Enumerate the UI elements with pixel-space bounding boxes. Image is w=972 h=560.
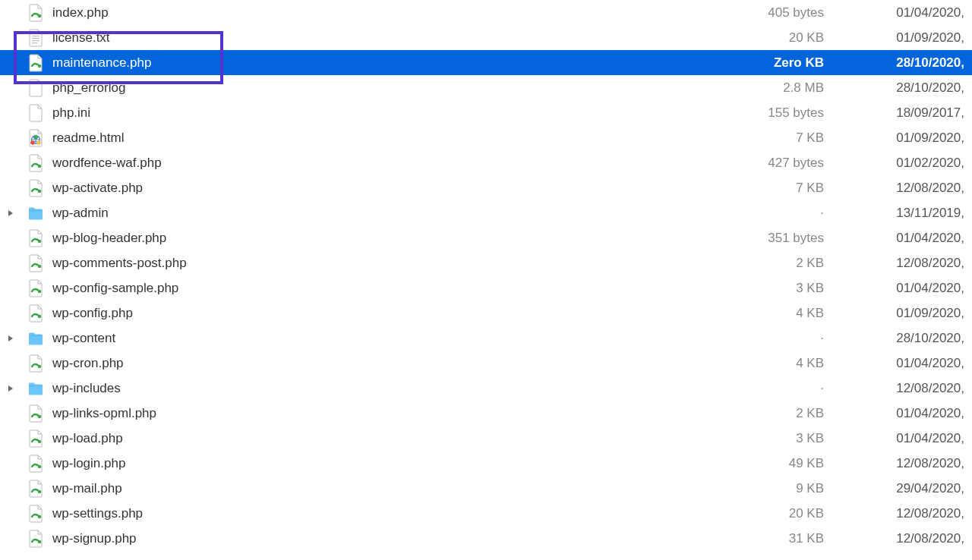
file-date: 28/10/2020, [854,55,972,71]
file-row[interactable]: wp-admin·13/11/2019, [0,200,972,225]
disclosure-triangle-icon[interactable] [5,333,16,344]
php-file-icon [27,229,45,247]
file-size: 7 KB [748,181,854,196]
file-size: 155 bytes [748,105,854,121]
file-name[interactable]: wp-activate.php [52,181,748,196]
file-name[interactable]: wp-config.php [52,306,748,321]
file-date: 01/04/2020, [854,431,972,446]
file-date: 13/11/2019, [854,206,972,221]
file-name[interactable]: wp-cron.php [52,356,748,371]
file-row[interactable]: wp-cron.php4 KB01/04/2020, [0,351,972,376]
file-name[interactable]: wp-blog-header.php [52,231,748,246]
file-name[interactable]: php_errorlog [52,80,748,96]
file-size: Zero KB [748,55,854,71]
php-file-icon [27,505,45,523]
file-row[interactable]: wp-config.php4 KB01/09/2020, [0,300,972,326]
folder-file-icon [27,204,45,222]
file-size: 351 bytes [748,231,854,246]
file-name[interactable]: php.ini [52,105,748,121]
file-row[interactable]: wp-login.php49 KB12/08/2020, [0,451,972,476]
file-date: 12/08/2020, [854,531,972,546]
file-row[interactable]: wp-config-sample.php3 KB01/04/2020, [0,275,972,300]
file-row[interactable]: wp-content·28/10/2020, [0,326,972,351]
file-row[interactable]: php.ini155 bytes18/09/2017, [0,100,972,125]
php-file-icon [27,304,45,322]
file-date: 01/09/2020, [854,306,972,321]
file-name[interactable]: wp-mail.php [52,481,748,496]
file-row[interactable]: wp-activate.php7 KB12/08/2020, [0,175,972,200]
file-date: 18/09/2017, [854,105,972,121]
file-date: 01/04/2020, [854,281,972,296]
file-size: 20 KB [748,506,854,521]
folder-file-icon [27,329,45,348]
file-name[interactable]: wp-comments-post.php [52,256,748,271]
file-size: 2 KB [748,406,854,421]
file-date: 01/04/2020, [854,356,972,371]
file-date: 01/04/2020, [854,5,972,20]
file-name[interactable]: wp-admin [52,206,748,221]
file-name[interactable]: index.php [52,5,748,20]
file-row[interactable]: wordfence-waf.php427 bytes01/02/2020, [0,150,972,175]
file-name[interactable]: readme.html [52,131,748,146]
file-date: 12/08/2020, [854,181,972,196]
file-name[interactable]: wp-login.php [52,456,748,471]
php-file-icon [27,455,45,473]
file-date: 01/09/2020, [854,131,972,146]
file-name[interactable]: wp-load.php [52,431,748,446]
file-name[interactable]: wp-config-sample.php [52,281,748,296]
file-size: 3 KB [748,431,854,446]
file-name[interactable]: wp-content [52,331,748,346]
file-size: 405 bytes [748,5,854,20]
file-size: 9 KB [748,481,854,496]
file-name[interactable]: wp-includes [52,381,748,396]
file-row[interactable]: wp-load.php3 KB01/04/2020, [0,426,972,451]
disclosure-triangle-icon[interactable] [5,383,16,394]
file-date: 01/04/2020, [854,406,972,421]
html-file-icon [27,129,45,147]
php-file-icon [27,404,45,423]
file-list: index.php405 bytes01/04/2020,license.txt… [0,0,972,551]
php-file-icon [27,254,45,272]
file-size: 2 KB [748,256,854,271]
file-size: · [748,331,854,346]
file-date: 28/10/2020, [854,331,972,346]
file-date: 12/08/2020, [854,506,972,521]
file-size: 20 KB [748,30,854,46]
file-row[interactable]: license.txt20 KB01/09/2020, [0,25,972,50]
file-size: 427 bytes [748,156,854,171]
file-name[interactable]: wp-signup.php [52,531,748,546]
file-row[interactable]: readme.html7 KB01/09/2020, [0,125,972,150]
blank-file-icon [27,104,45,122]
file-size: 4 KB [748,356,854,371]
file-row[interactable]: wp-links-opml.php2 KB01/04/2020, [0,401,972,426]
file-row[interactable]: wp-comments-post.php2 KB12/08/2020, [0,250,972,275]
file-row[interactable]: wp-settings.php20 KB12/08/2020, [0,501,972,526]
php-file-icon [27,4,45,22]
file-name[interactable]: wp-links-opml.php [52,406,748,421]
file-row[interactable]: wp-includes·12/08/2020, [0,376,972,401]
file-row[interactable]: maintenance.phpZero KB28/10/2020, [0,50,972,75]
disclosure-triangle-icon[interactable] [5,208,16,219]
file-size: 4 KB [748,306,854,321]
folder-file-icon [27,379,45,398]
file-size: 7 KB [748,131,854,146]
file-row[interactable]: wp-blog-header.php351 bytes01/04/2020, [0,225,972,250]
php-file-icon [27,480,45,498]
file-name[interactable]: wp-settings.php [52,506,748,521]
file-row[interactable]: index.php405 bytes01/04/2020, [0,0,972,25]
file-date: 01/09/2020, [854,30,972,46]
file-size: · [748,381,854,396]
file-name[interactable]: license.txt [52,30,748,46]
file-size: 3 KB [748,281,854,296]
file-row[interactable]: php_errorlog2.8 MB28/10/2020, [0,75,972,100]
php-file-icon [27,354,45,373]
file-name[interactable]: wordfence-waf.php [52,156,748,171]
php-file-icon [27,429,45,448]
txt-file-icon [27,29,45,47]
file-date: 01/02/2020, [854,156,972,171]
file-row[interactable]: wp-mail.php9 KB29/04/2020, [0,476,972,501]
file-row[interactable]: wp-signup.php31 KB12/08/2020, [0,526,972,551]
file-date: 29/04/2020, [854,481,972,496]
file-name[interactable]: maintenance.php [52,55,748,71]
file-date: 28/10/2020, [854,80,972,96]
